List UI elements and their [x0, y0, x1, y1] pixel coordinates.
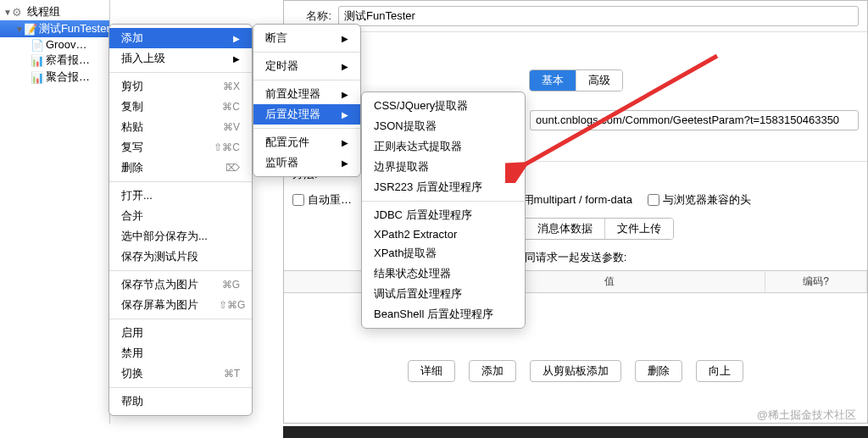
menu3-item[interactable]: JSON提取器	[362, 116, 525, 136]
tree-panel: ▼ ⚙ 线程组 ▼ 📝 测试FunTester 📄 Groov… 📊 察看报… …	[0, 0, 110, 424]
gear-icon: ⚙	[12, 6, 25, 18]
btn-clipboard[interactable]: 从剪贴板添加	[530, 360, 621, 382]
submenu-postprocessor[interactable]: 后置处理器▶	[253, 104, 360, 125]
menu-cut[interactable]: 剪切⌘X	[109, 76, 252, 97]
tree-root-label: 线程组	[27, 4, 60, 19]
tab-basic[interactable]: 基本	[530, 70, 576, 91]
menu3-item[interactable]: 边界提取器	[362, 157, 525, 177]
tree-item-aggregate[interactable]: 📊 聚合报…	[0, 69, 109, 86]
tree-item-view[interactable]: 📊 察看报…	[0, 52, 109, 69]
report-icon: 📊	[31, 71, 44, 83]
postprocessor-submenu: CSS/JQuery提取器 JSON提取器 正则表达式提取器 边界提取器 JSR…	[361, 91, 526, 329]
bottom-buttons: 详细 添加 从剪贴板添加 删除 向上	[284, 353, 867, 389]
menu-duplicate[interactable]: 复写⇧⌘C	[109, 137, 252, 158]
menu3-item[interactable]: 结果状态处理器	[362, 263, 525, 284]
menu3-item[interactable]: BeanShell 后置处理程序	[362, 304, 525, 324]
tree-item-label: 察看报…	[46, 53, 90, 68]
menu-save-selection[interactable]: 选中部分保存为...	[109, 226, 252, 247]
context-menu: 添加▶ 插入上级▶ 剪切⌘X 复制⌘C 粘贴⌘V 复写⇧⌘C 删除⌦ 打开...…	[108, 24, 253, 416]
tree-item-label: Groov…	[46, 38, 86, 51]
menu-delete[interactable]: 删除⌦	[109, 158, 252, 178]
add-submenu: 断言▶ 定时器▶ 前置处理器▶ 后置处理器▶ 配置元件▶ 监听器▶	[253, 24, 361, 177]
menu3-item[interactable]: XPath提取器	[362, 243, 525, 263]
btn-add[interactable]: 添加	[469, 360, 516, 382]
chevron-down-icon[interactable]: ▼	[15, 25, 24, 34]
url-input[interactable]: ount.cnblogs.com/Common/GeetestParam?t=1…	[530, 110, 859, 130]
submenu-preprocessor[interactable]: 前置处理器▶	[253, 84, 360, 104]
col-encode: 编码?	[765, 271, 867, 292]
btn-up[interactable]: 向上	[696, 360, 743, 382]
menu-insert-parent[interactable]: 插入上级▶	[109, 48, 252, 69]
chk-browser-compat[interactable]: 与浏览器兼容的头	[648, 192, 751, 208]
sampler-icon: 📝	[24, 23, 37, 35]
submenu-config[interactable]: 配置元件▶	[253, 132, 360, 152]
menu-disable[interactable]: 禁用	[109, 343, 252, 363]
menu3-jsr223[interactable]: JSR223 后置处理程序	[362, 177, 525, 197]
menu-open[interactable]: 打开...	[109, 186, 252, 206]
tab-advanced[interactable]: 高级	[576, 70, 622, 91]
menu-save-screen-image[interactable]: 保存屏幕为图片⇧⌘G	[109, 295, 252, 315]
menu-help[interactable]: 帮助	[109, 391, 252, 412]
submenu-timer[interactable]: 定时器▶	[253, 56, 360, 76]
script-icon: 📄	[31, 39, 44, 51]
tab-upload[interactable]: 文件上传	[605, 219, 673, 239]
footer-bar	[283, 426, 868, 438]
menu-enable[interactable]: 启用	[109, 323, 252, 343]
menu3-item[interactable]: 调试后置处理程序	[362, 284, 525, 304]
chevron-right-icon: ▶	[233, 54, 240, 64]
menu3-item[interactable]: XPath2 Extractor	[362, 225, 525, 243]
name-label: 名称:	[292, 8, 331, 24]
chevron-down-icon[interactable]: ▼	[3, 8, 12, 17]
tree-item-label: 聚合报…	[46, 69, 90, 85]
menu-save-node-image[interactable]: 保存节点为图片⌘G	[109, 274, 252, 295]
menu-merge[interactable]: 合并	[109, 206, 252, 226]
watermark: @稀土掘金技术社区	[757, 408, 856, 423]
tree-item-label: 测试FunTester	[39, 21, 109, 36]
chevron-right-icon: ▶	[233, 34, 240, 43]
submenu-assertions[interactable]: 断言▶	[253, 28, 360, 48]
name-input[interactable]	[338, 6, 859, 26]
menu-copy[interactable]: 复制⌘C	[109, 97, 252, 117]
submenu-listener[interactable]: 监听器▶	[253, 152, 360, 173]
menu-toggle[interactable]: 切换⌘T	[109, 363, 252, 384]
btn-detail[interactable]: 详细	[408, 360, 455, 382]
tree-item-groovy[interactable]: 📄 Groov…	[0, 37, 109, 52]
tab-body[interactable]: 消息体数据	[526, 219, 605, 239]
menu3-item[interactable]: 正则表达式提取器	[362, 136, 525, 157]
menu-save-fragment[interactable]: 保存为测试片段	[109, 247, 252, 267]
menu3-item[interactable]: JDBC 后置处理程序	[362, 205, 525, 225]
menu-add[interactable]: 添加▶	[109, 28, 252, 48]
menu-paste[interactable]: 粘贴⌘V	[109, 117, 252, 137]
menu3-item[interactable]: CSS/JQuery提取器	[362, 96, 525, 116]
btn-delete[interactable]: 删除	[635, 360, 682, 382]
chk-auto-redirect[interactable]: 自动重…	[292, 192, 352, 208]
name-row: 名称:	[284, 1, 867, 32]
report-icon: 📊	[31, 54, 44, 66]
tree-item-funtester[interactable]: ▼ 📝 测试FunTester	[0, 20, 109, 37]
tree-root[interactable]: ▼ ⚙ 线程组	[0, 3, 109, 20]
